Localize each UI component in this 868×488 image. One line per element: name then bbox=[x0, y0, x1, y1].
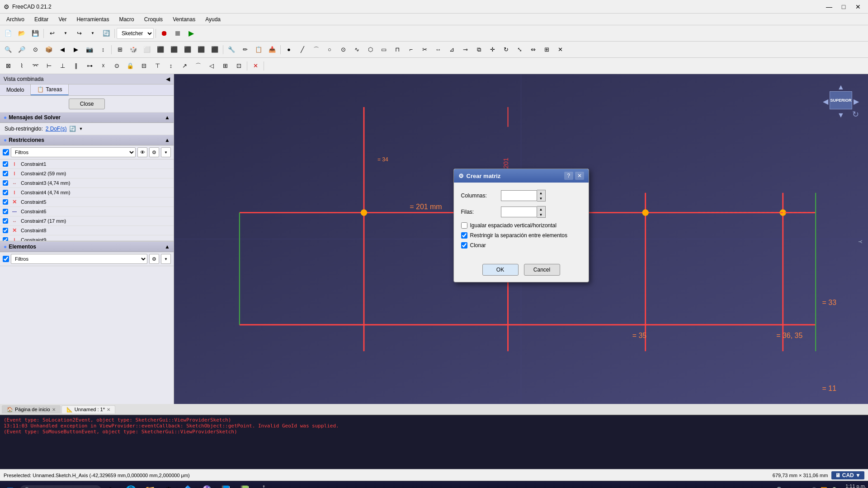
pause-btn[interactable]: ⏹ bbox=[171, 28, 184, 39]
filtros-eye-btn[interactable]: 👁 bbox=[137, 147, 147, 157]
columns-spin-up[interactable]: ▲ bbox=[537, 190, 545, 196]
constraint-btn4[interactable]: ⊢ bbox=[42, 60, 55, 72]
menu-croquis[interactable]: Croquis bbox=[140, 15, 167, 23]
constraint-btn3[interactable]: ⌤ bbox=[29, 60, 42, 72]
table-row[interactable]: ✕ Constraint5 bbox=[0, 197, 174, 207]
table-row[interactable]: I Constraint4 (4,74 mm) bbox=[0, 188, 174, 197]
table-row[interactable]: ↔ Constraint7 (17 mm) bbox=[0, 216, 174, 226]
spline-btn[interactable]: ∿ bbox=[350, 44, 363, 56]
restrictions-header[interactable]: ● Restricciones ▲ bbox=[0, 135, 174, 145]
right-btn[interactable]: ⬛ bbox=[208, 44, 221, 56]
minimize-btn[interactable]: — bbox=[823, 2, 835, 11]
tools-btn3[interactable]: 📋 bbox=[252, 44, 265, 56]
constraint-btn9[interactable]: ⊙ bbox=[110, 60, 123, 72]
constraint-btn14[interactable]: ↗ bbox=[178, 60, 191, 72]
elementos-header[interactable]: ● Elementos ▲ bbox=[0, 241, 174, 252]
constraint-btn18[interactable]: ⊡ bbox=[232, 60, 245, 72]
constraint-checkbox[interactable] bbox=[3, 161, 8, 167]
columns-spin-down[interactable]: ▼ bbox=[537, 196, 545, 201]
table-row[interactable]: I Constraint9 bbox=[0, 235, 174, 241]
filtros-select[interactable]: Filtros bbox=[11, 147, 136, 157]
copy-btn[interactable]: ⧉ bbox=[472, 44, 485, 56]
table-row[interactable]: ✕ Constraint8 bbox=[0, 226, 174, 235]
redo-dropdown-btn[interactable]: ▼ bbox=[86, 28, 99, 39]
constraint-checkbox[interactable] bbox=[3, 228, 8, 233]
taskbar-clock[interactable]: 1:11 p.m. 08/10/2024 bbox=[841, 483, 866, 488]
mirror-btn[interactable]: ⇔ bbox=[527, 44, 539, 56]
sketch-delete-btn[interactable]: ✕ bbox=[554, 44, 566, 56]
constraint-checkbox[interactable] bbox=[3, 190, 8, 195]
cad-badge[interactable]: 🖥 CAD ▼ bbox=[831, 471, 864, 479]
extend-btn[interactable]: ↔ bbox=[432, 44, 444, 56]
menu-macro[interactable]: Macro bbox=[114, 15, 138, 23]
front-btn[interactable]: ⬜ bbox=[141, 44, 153, 56]
circle-btn[interactable]: ○ bbox=[323, 44, 336, 56]
cancel-button[interactable]: Cancel bbox=[524, 264, 560, 276]
filtros-dropdown-btn[interactable]: ▼ bbox=[161, 147, 171, 157]
rows-spin-down[interactable]: ▼ bbox=[537, 212, 545, 217]
rows-spin-up[interactable]: ▲ bbox=[537, 206, 545, 212]
open-file-btn[interactable]: 📂 bbox=[15, 28, 28, 39]
menu-ver[interactable]: Ver bbox=[54, 15, 71, 23]
array-btn[interactable]: ⊞ bbox=[540, 44, 553, 56]
refresh-btn[interactable]: 🔄 bbox=[100, 28, 113, 39]
rotate-btn[interactable]: ↻ bbox=[500, 44, 512, 56]
ellipse-btn[interactable]: ⊙ bbox=[337, 44, 349, 56]
taskbar-app4-btn[interactable]: 🤖 bbox=[256, 483, 271, 488]
tab-inicio-close[interactable]: ✕ bbox=[52, 407, 56, 412]
stop-btn[interactable]: ⏺ bbox=[158, 28, 170, 39]
dof-refresh-btn[interactable]: 🔄 bbox=[69, 126, 76, 132]
redo-btn[interactable]: ↪ bbox=[73, 28, 85, 39]
close-button[interactable]: Close bbox=[69, 99, 105, 109]
constraint-btn12[interactable]: ⊤ bbox=[151, 60, 164, 72]
columns-input[interactable]: 5 bbox=[501, 190, 537, 201]
filtros-all-checkbox[interactable] bbox=[3, 149, 9, 155]
dialog-close-title-btn[interactable]: ✕ bbox=[575, 172, 584, 180]
constraint-btn6[interactable]: ∥ bbox=[70, 60, 82, 72]
slot-btn[interactable]: ⊓ bbox=[391, 44, 404, 56]
tools-btn2[interactable]: ✏ bbox=[239, 44, 251, 56]
start-button[interactable]: ⊞ bbox=[2, 482, 18, 488]
elementos-all-checkbox[interactable] bbox=[3, 256, 9, 262]
constraint-btn1[interactable]: ⊠ bbox=[2, 60, 14, 72]
view-btn8[interactable]: ↕ bbox=[97, 44, 109, 56]
tab-unnamed-close[interactable]: ✕ bbox=[107, 407, 110, 412]
taskbar-app2-btn[interactable]: 🔷 bbox=[180, 483, 195, 488]
dim-btn1[interactable]: ✕ bbox=[249, 60, 262, 72]
poly-btn[interactable]: ⬡ bbox=[364, 44, 377, 56]
taskbar-search[interactable]: 🔍 Búsqueda bbox=[20, 485, 101, 488]
solver-collapse-icon[interactable]: ▲ bbox=[165, 114, 170, 121]
table-row[interactable]: ↔ Constraint3 (4,74 mm) bbox=[0, 178, 174, 188]
constraint-checkbox[interactable] bbox=[3, 218, 8, 224]
restrict-separation-checkbox[interactable] bbox=[461, 232, 467, 239]
chamfer-btn[interactable]: ⊿ bbox=[445, 44, 458, 56]
view-btn3[interactable]: ⊙ bbox=[29, 44, 42, 56]
move-btn[interactable]: ✛ bbox=[486, 44, 499, 56]
elementos-collapse-icon[interactable]: ▲ bbox=[165, 244, 170, 250]
dof-dropdown-btn[interactable]: ▼ bbox=[79, 127, 83, 131]
filtros-settings-btn[interactable]: ⚙ bbox=[149, 147, 159, 157]
taskbar-excel-btn[interactable]: 📗 bbox=[237, 483, 252, 488]
view-btn6[interactable]: ▶ bbox=[70, 44, 82, 56]
undo-btn[interactable]: ↩ bbox=[46, 28, 58, 39]
constraint-checkbox[interactable] bbox=[3, 199, 8, 205]
table-row[interactable]: I Constraint1 bbox=[0, 160, 174, 169]
arc-btn[interactable]: ⌒ bbox=[310, 44, 322, 56]
canvas-area[interactable]: = 34 = 201 mm = 35 = 36, 35 = 33 = 11 = … bbox=[174, 74, 868, 404]
collapse-panel-btn[interactable]: ◀ bbox=[166, 76, 170, 82]
constraint-checkbox[interactable] bbox=[3, 180, 8, 186]
back-btn[interactable]: ⬛ bbox=[154, 44, 167, 56]
top-btn[interactable]: ⬛ bbox=[168, 44, 180, 56]
constraint-btn11[interactable]: ⊟ bbox=[137, 60, 150, 72]
constraint-btn15[interactable]: ⌒ bbox=[192, 60, 204, 72]
equal-spacing-checkbox[interactable] bbox=[461, 222, 467, 229]
view-btn2[interactable]: 🔎 bbox=[15, 44, 28, 56]
new-file-btn[interactable]: 📄 bbox=[2, 28, 14, 39]
tab-tareas[interactable]: 📋 Tareas bbox=[31, 84, 69, 95]
view-btn5[interactable]: ◀ bbox=[56, 44, 69, 56]
menu-editar[interactable]: Editar bbox=[30, 15, 53, 23]
restrictions-collapse-icon[interactable]: ▲ bbox=[165, 137, 170, 143]
elementos-filtros-select[interactable]: Filtros bbox=[11, 254, 147, 264]
table-row[interactable]: — Constraint6 bbox=[0, 207, 174, 216]
view-btn1[interactable]: 🔍 bbox=[2, 44, 14, 56]
